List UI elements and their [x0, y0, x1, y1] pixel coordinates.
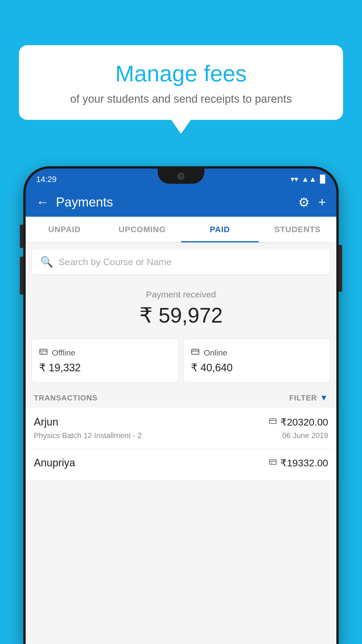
svg-rect-5	[270, 419, 276, 423]
add-button[interactable]: +	[318, 195, 326, 210]
camera	[178, 173, 184, 180]
app-bar: ← Payments ⚙ +	[26, 188, 336, 217]
online-label: Online	[204, 348, 227, 358]
phone-screen: 14:29 ▾▾ ▲▲ ▉ ← Payments ⚙ + UNPAID UPCO…	[26, 169, 336, 644]
status-icons: ▾▾ ▲▲ ▉	[291, 175, 326, 184]
offline-card-header: Offline	[39, 347, 171, 358]
payment-summary: Payment received ₹ 59,972	[26, 281, 336, 333]
transaction-amount: ₹20320.00	[269, 416, 328, 428]
filter-icon: ▼	[320, 393, 328, 402]
settings-button[interactable]: ⚙	[298, 195, 310, 210]
tab-paid[interactable]: PAID	[181, 217, 259, 242]
transaction-amount-value: ₹20320.00	[280, 416, 328, 428]
transaction-detail: Physics Batch 12 Installment - 2	[34, 431, 142, 440]
online-card-header: Online	[191, 347, 323, 358]
online-amount: ₹ 40,640	[191, 362, 323, 374]
side-button-vol-down	[20, 257, 23, 295]
transaction-date: 06 June 2019	[282, 431, 328, 440]
offline-amount: ₹ 19,332	[39, 362, 171, 374]
screen-content: 🔍 Search by Course or Name Payment recei…	[26, 243, 336, 644]
transaction-item-anupriya[interactable]: Anupriya ₹19332.00	[26, 449, 336, 480]
payment-type-icon-2	[269, 458, 277, 468]
transaction-row1-2: Anupriya ₹19332.00	[34, 457, 328, 469]
transaction-amount-value-2: ₹19332.00	[280, 457, 328, 469]
bubble-title: Manage fees	[36, 61, 326, 86]
battery-icon: ▉	[320, 175, 326, 184]
payment-cards: Offline ₹ 19,332 Online ₹ 4	[26, 333, 336, 388]
search-bar[interactable]: 🔍 Search by Course or Name	[32, 249, 330, 274]
svg-rect-0	[40, 349, 47, 354]
side-button-power	[339, 245, 342, 292]
phone-frame: 14:29 ▾▾ ▲▲ ▉ ← Payments ⚙ + UNPAID UPCO…	[23, 166, 339, 644]
side-button-vol-up	[20, 225, 23, 248]
online-card: Online ₹ 40,640	[184, 339, 330, 382]
status-time: 14:29	[36, 175, 57, 184]
payment-label: Payment received	[31, 290, 331, 300]
app-bar-actions: ⚙ +	[298, 195, 326, 210]
phone-notch	[158, 169, 204, 184]
transactions-label: TRANSACTIONS	[34, 393, 98, 402]
filter-label: FILTER	[289, 393, 317, 402]
tab-students[interactable]: STUDENTS	[259, 217, 337, 242]
transaction-name: Arjun	[34, 416, 58, 428]
transactions-header: TRANSACTIONS FILTER ▼	[26, 388, 336, 408]
transaction-amount-2: ₹19332.00	[269, 457, 328, 469]
offline-icon	[39, 347, 48, 358]
search-placeholder: Search by Course or Name	[59, 257, 172, 267]
svg-rect-3	[192, 349, 199, 354]
offline-card: Offline ₹ 19,332	[32, 339, 178, 382]
search-icon: 🔍	[40, 256, 53, 268]
back-button[interactable]: ←	[36, 195, 49, 209]
app-bar-title: Payments	[56, 195, 298, 209]
filter-button[interactable]: FILTER ▼	[289, 393, 328, 402]
payment-type-icon	[269, 417, 277, 427]
bubble-subtitle: of your students and send receipts to pa…	[36, 93, 326, 105]
offline-label: Offline	[52, 348, 75, 358]
wifi-icon: ▾▾	[291, 175, 298, 184]
svg-rect-7	[270, 459, 276, 464]
tab-upcoming[interactable]: UPCOMING	[103, 217, 181, 242]
speech-bubble: Manage fees of your students and send re…	[19, 45, 343, 120]
transaction-name-2: Anupriya	[34, 457, 75, 469]
online-icon	[191, 347, 200, 358]
transaction-item-arjun[interactable]: Arjun ₹20320.00 Physics Batch 12 Install…	[26, 408, 336, 449]
tab-unpaid[interactable]: UNPAID	[26, 217, 103, 242]
tab-bar: UNPAID UPCOMING PAID STUDENTS	[26, 217, 336, 243]
payment-amount: ₹ 59,972	[31, 303, 331, 328]
transaction-row2: Physics Batch 12 Installment - 2 06 June…	[34, 431, 328, 440]
transaction-row1: Arjun ₹20320.00	[34, 416, 328, 428]
signal-icon: ▲▲	[302, 175, 317, 184]
